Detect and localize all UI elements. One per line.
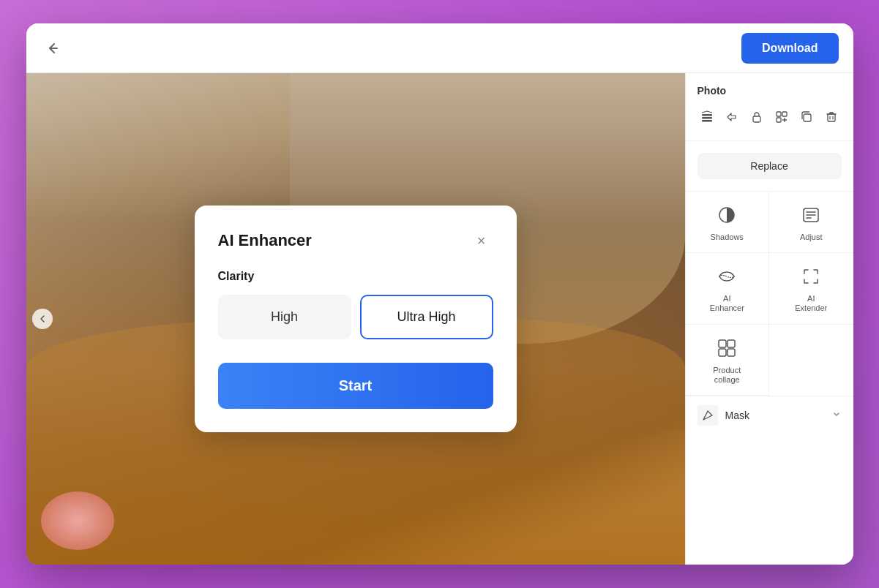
modal-overlay: AI Enhancer × Clarity High Ultra High St… — [26, 73, 685, 565]
tool-shadows[interactable]: Shadows — [686, 192, 770, 253]
mask-chevron-icon — [831, 409, 842, 421]
back-button[interactable] — [41, 37, 64, 60]
svg-rect-8 — [828, 114, 835, 121]
svg-rect-5 — [782, 112, 787, 116]
duplicate-icon[interactable] — [797, 105, 816, 129]
panel-replace-section: Replace — [686, 141, 853, 192]
clarity-label: Clarity — [218, 270, 493, 283]
top-bar: Download — [26, 23, 853, 73]
clarity-ultra-high-button[interactable]: Ultra High — [360, 295, 493, 339]
panel-photo-section: Photo — [686, 73, 853, 141]
right-panel: Photo — [685, 73, 853, 565]
svg-rect-11 — [719, 340, 726, 347]
svg-rect-2 — [702, 120, 712, 122]
svg-rect-0 — [702, 114, 712, 116]
panel-toolbar — [697, 105, 842, 129]
mask-label: Mask — [725, 410, 749, 421]
replace-button[interactable]: Replace — [697, 153, 842, 179]
download-button[interactable]: Download — [741, 33, 838, 64]
svg-rect-14 — [727, 349, 735, 356]
mask-left: Mask — [697, 405, 749, 426]
svg-rect-3 — [753, 116, 760, 122]
start-button[interactable]: Start — [218, 363, 493, 409]
lock-icon[interactable] — [747, 105, 766, 129]
svg-rect-7 — [804, 114, 811, 121]
mask-row: Mask — [686, 396, 853, 434]
mask-icon — [697, 405, 718, 426]
clarity-high-button[interactable]: High — [218, 295, 351, 339]
tool-ai-enhancer[interactable]: AIEnhancer — [686, 253, 770, 324]
modal-title: AI Enhancer — [218, 231, 312, 250]
svg-rect-12 — [727, 340, 735, 347]
clarity-options: High Ultra High — [218, 295, 493, 339]
adjust-label: Adjust — [800, 233, 823, 242]
tool-adjust[interactable]: Adjust — [769, 192, 853, 253]
ai-extender-label: AIExtender — [795, 294, 827, 313]
shadows-label: Shadows — [711, 233, 744, 242]
svg-rect-13 — [719, 349, 726, 356]
layers-icon[interactable] — [697, 105, 717, 129]
tool-ai-extender[interactable]: AIExtender — [769, 253, 853, 324]
tools-grid: Shadows Adjust — [686, 192, 853, 396]
panel-title: Photo — [697, 85, 842, 97]
modal-close-button[interactable]: × — [470, 229, 493, 252]
svg-rect-6 — [777, 118, 781, 122]
product-collage-icon — [714, 335, 740, 361]
ai-enhancer-modal: AI Enhancer × Clarity High Ultra High St… — [195, 206, 517, 432]
svg-rect-4 — [777, 112, 781, 116]
ai-extender-icon — [798, 263, 824, 290]
app-container: Download Photo — [26, 23, 853, 565]
delete-icon[interactable] — [822, 105, 841, 129]
product-collage-label: Productcollage — [713, 366, 741, 385]
ai-enhancer-label: AIEnhancer — [710, 294, 744, 313]
transform-icon[interactable] — [722, 105, 741, 129]
svg-rect-1 — [702, 117, 712, 119]
shadows-icon — [714, 202, 740, 228]
ai-enhancer-icon — [714, 263, 740, 290]
frame-icon[interactable] — [772, 105, 791, 129]
modal-header: AI Enhancer × — [218, 229, 493, 252]
adjust-icon — [798, 202, 824, 228]
tool-product-collage[interactable]: Productcollage — [686, 325, 770, 396]
